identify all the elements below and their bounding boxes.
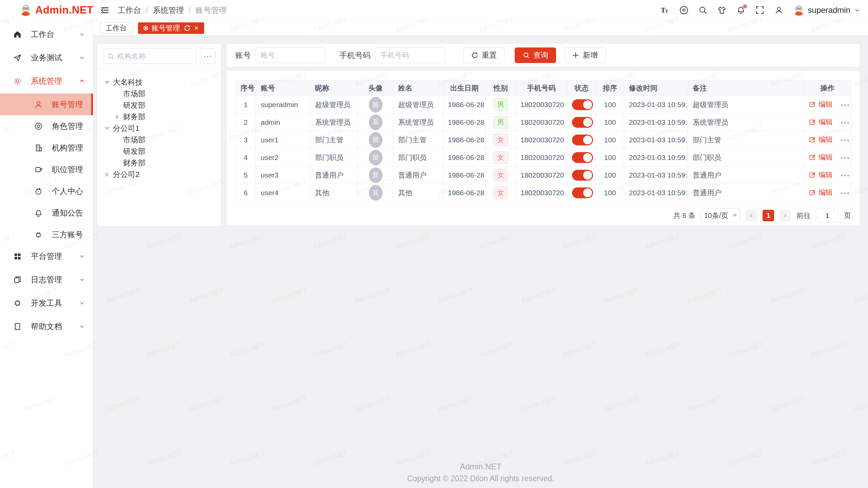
sidebar-item-dev-tools[interactable]: 开发工具 (0, 292, 93, 314)
tree-caret-icon[interactable] (114, 159, 121, 167)
edit-button[interactable]: 编辑 (809, 188, 833, 197)
current-page[interactable]: 1 (763, 210, 774, 221)
breadcrumb-item[interactable]: 系统管理 (153, 5, 184, 16)
user-menu[interactable]: superadmin (793, 4, 861, 16)
tree-node[interactable]: 财务部 (101, 157, 218, 169)
font-size-icon[interactable]: TT (660, 5, 670, 15)
edit-button[interactable]: 编辑 (809, 117, 833, 127)
tree-caret-icon[interactable] (103, 79, 111, 86)
send-icon (13, 53, 22, 62)
cell-account: user3 (256, 166, 310, 184)
goto-page-input[interactable] (816, 208, 839, 223)
phone-input[interactable] (375, 47, 445, 63)
sidebar-item-account-management[interactable]: 账号管理 (0, 94, 93, 115)
sidebar-item-workbench[interactable]: 工作台 (0, 23, 93, 45)
close-tab-icon[interactable]: × (194, 24, 199, 33)
cell-phone: 18020030720 (516, 96, 567, 114)
edit-button[interactable]: 编辑 (809, 170, 833, 180)
cell-sort: 100 (596, 184, 624, 202)
edit-button[interactable]: 编辑 (809, 100, 833, 109)
breadcrumb-item[interactable]: 工作台 (118, 5, 141, 16)
row-more-button[interactable]: ··· (841, 119, 850, 127)
avatar: 部 (369, 150, 382, 165)
tree-caret-icon[interactable] (114, 148, 121, 155)
sidebar-item-label: 业务测试 (31, 53, 79, 63)
edit-button[interactable]: 编辑 (809, 135, 833, 144)
refresh-tab-icon[interactable] (183, 24, 191, 32)
add-button[interactable]: 新增 (564, 47, 606, 63)
sidebar-item-system-management[interactable]: 系统管理 (0, 70, 93, 92)
bell-icon[interactable] (736, 5, 746, 15)
tree-caret-icon[interactable] (114, 90, 121, 98)
tree-caret-icon[interactable] (103, 125, 111, 132)
tree-node[interactable]: 大名科技 (101, 77, 218, 88)
person-icon[interactable] (774, 5, 784, 15)
sidebar-item-org-management[interactable]: 机构管理 (0, 137, 93, 159)
prev-page-button[interactable]: ‹ (746, 210, 757, 221)
status-toggle[interactable] (572, 99, 593, 110)
row-more-button[interactable]: ··· (841, 171, 850, 180)
row-more-button[interactable]: ··· (841, 154, 850, 162)
query-button[interactable]: 查询 (515, 47, 556, 63)
username: superadmin (808, 5, 850, 15)
tree-node[interactable]: 研发部 (101, 100, 218, 111)
reset-button[interactable]: 重置 (463, 47, 505, 63)
cell-actions: 编辑 ··· (804, 131, 851, 149)
status-toggle[interactable] (572, 170, 593, 181)
cell-birthday: 1986-06-28 (443, 184, 486, 202)
collapse-menu-icon[interactable] (100, 5, 110, 15)
sidebar-item-help-docs[interactable]: 帮助文档 (0, 316, 93, 337)
notice-bell-icon (34, 208, 43, 218)
tree-caret-icon[interactable] (103, 171, 111, 178)
theme-shirt-icon[interactable] (717, 5, 727, 15)
cell-phone: 18020030720 (516, 166, 567, 184)
row-more-button[interactable]: ··· (841, 189, 850, 198)
tree-node[interactable]: 财务部 (101, 111, 218, 123)
search-icon[interactable] (698, 5, 708, 15)
status-toggle[interactable] (572, 152, 593, 163)
status-toggle[interactable] (572, 187, 593, 198)
tree-node[interactable]: 市场部 (101, 134, 218, 146)
reset-label: 重置 (482, 50, 497, 60)
tree-node[interactable]: 市场部 (101, 88, 218, 100)
cell-nickname: 普通用户 (310, 166, 358, 184)
sidebar-item-role-management[interactable]: 角色管理 (0, 115, 93, 137)
cell-birthday: 1986-06-28 (443, 96, 486, 114)
sidebar-item-personal-center[interactable]: 个人中心 (0, 180, 93, 202)
tab-account-management[interactable]: 账号管理 × (138, 22, 204, 34)
tree-caret-icon[interactable] (114, 102, 121, 109)
row-more-button[interactable]: ··· (841, 136, 850, 145)
language-icon[interactable]: Φ (679, 5, 689, 15)
org-search-input[interactable] (117, 52, 192, 60)
page-size-select[interactable]: 10条/页 (701, 208, 740, 223)
sidebar-item-business-test[interactable]: 业务测试 (0, 47, 93, 68)
cell-name: 部门职员 (393, 149, 443, 166)
col-gender: 性别 (486, 80, 516, 96)
cell-status (567, 114, 596, 131)
active-tab-dot-icon (143, 26, 148, 30)
sidebar-item-position-management[interactable]: 职位管理 (0, 159, 93, 180)
row-more-button[interactable]: ··· (841, 101, 850, 109)
next-page-button[interactable]: › (780, 210, 791, 221)
sidebar-item-log-management[interactable]: 日志管理 (0, 269, 93, 290)
tree-caret-icon[interactable] (114, 136, 121, 144)
sidebar-item-notice[interactable]: 通知公告 (0, 202, 93, 224)
sidebar-item-third-party-account[interactable]: 三方账号 (0, 224, 93, 245)
tab-workbench[interactable]: 工作台 (100, 22, 133, 34)
cell-actions: 编辑 ··· (804, 166, 851, 184)
tree-node[interactable]: 分公司2 (101, 169, 218, 180)
sidebar-item-label: 个人中心 (52, 186, 85, 197)
org-more-button[interactable]: ··· (200, 48, 216, 64)
tree-caret-icon[interactable] (114, 113, 121, 121)
logo[interactable]: Admin.NET (0, 0, 93, 21)
status-toggle[interactable] (572, 135, 593, 145)
edit-button[interactable]: 编辑 (809, 152, 833, 162)
status-toggle[interactable] (572, 117, 593, 128)
account-input[interactable] (256, 47, 325, 63)
svg-text:T: T (665, 8, 668, 14)
tree-node[interactable]: 研发部 (101, 146, 218, 157)
sidebar-item-platform-management[interactable]: 平台管理 (0, 245, 93, 267)
fullscreen-icon[interactable] (755, 5, 765, 15)
col-remark: 备注 (688, 80, 804, 96)
tree-node[interactable]: 分公司1 (101, 123, 218, 134)
